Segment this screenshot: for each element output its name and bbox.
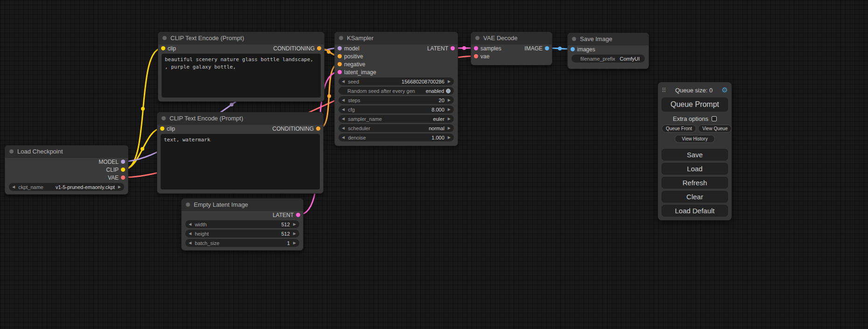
decrement-arrow-icon[interactable]: ◀ xyxy=(12,185,15,189)
input-label: vae xyxy=(480,53,489,60)
node-title: CLIP Text Encode (Prompt) xyxy=(169,115,243,122)
widget-value: euler xyxy=(433,116,444,122)
node-title-bar[interactable]: Save Image xyxy=(568,33,649,45)
increment-arrow-icon[interactable]: ▶ xyxy=(448,126,451,130)
vae-output-port[interactable] xyxy=(121,175,125,180)
collapse-dot-icon[interactable] xyxy=(162,116,166,120)
widget-sampler-name[interactable]: ◀ sampler_name euler ▶ xyxy=(339,115,454,123)
negative-input-port[interactable] xyxy=(338,62,342,66)
widget-ckpt-name[interactable]: ◀ ckpt_name v1-5-pruned-emaonly.ckpt ▶ xyxy=(9,183,124,191)
comfyui-canvas[interactable]: { "icons": { "arrow_left": "◀", "arrow_r… xyxy=(0,0,868,329)
refresh-button[interactable]: Refresh xyxy=(662,177,728,189)
widget-width[interactable]: ◀ width 512 ▶ xyxy=(185,220,299,228)
vae-input-port[interactable] xyxy=(474,54,478,58)
node-title-bar[interactable]: Empty Latent Image xyxy=(182,199,303,211)
latent-image-input-port[interactable] xyxy=(338,70,342,74)
node-load-checkpoint[interactable]: Load Checkpoint MODEL CLIP VAE ◀ ckpt_na… xyxy=(5,145,128,195)
latent-output-port[interactable] xyxy=(451,46,455,50)
node-title-bar[interactable]: VAE Decode xyxy=(471,32,552,44)
conditioning-output-port[interactable] xyxy=(316,126,320,131)
positive-input-port[interactable] xyxy=(338,54,342,58)
widget-random-seed-toggle[interactable]: Random seed after every gen enabled xyxy=(339,87,454,95)
widget-cfg[interactable]: ◀ cfg 8.000 ▶ xyxy=(339,105,454,113)
input-label: clip xyxy=(168,45,176,52)
node-title-bar[interactable]: KSampler xyxy=(335,32,458,44)
node-title-bar[interactable]: Load Checkpoint xyxy=(5,146,128,158)
node-clip-text-encode-positive[interactable]: CLIP Text Encode (Prompt) clip CONDITION… xyxy=(158,32,325,102)
collapse-dot-icon[interactable] xyxy=(186,203,190,207)
port-row-vae: vae xyxy=(471,52,552,60)
decrement-arrow-icon[interactable]: ◀ xyxy=(342,98,345,102)
increment-arrow-icon[interactable]: ▶ xyxy=(448,98,451,102)
queue-prompt-button[interactable]: Queue Prompt xyxy=(662,98,728,112)
increment-arrow-icon[interactable]: ▶ xyxy=(293,223,296,226)
node-title-bar[interactable]: CLIP Text Encode (Prompt) xyxy=(157,112,323,125)
positive-prompt-textarea[interactable]: beautiful scenery nature glass bottle la… xyxy=(162,54,321,98)
clip-input-port[interactable] xyxy=(160,126,164,131)
widget-value: 1 xyxy=(287,240,290,246)
increment-arrow-icon[interactable]: ▶ xyxy=(448,136,451,140)
collapse-dot-icon[interactable] xyxy=(9,149,14,154)
collapse-dot-icon[interactable] xyxy=(339,36,343,40)
view-history-button[interactable]: View History xyxy=(675,135,714,143)
decrement-arrow-icon[interactable]: ◀ xyxy=(189,223,191,226)
model-input-port[interactable] xyxy=(338,46,342,50)
node-vae-decode[interactable]: VAE Decode samples IMAGE vae xyxy=(471,32,552,65)
node-clip-text-encode-negative[interactable]: CLIP Text Encode (Prompt) clip CONDITION… xyxy=(157,112,324,194)
clear-button[interactable]: Clear xyxy=(662,191,728,203)
widget-steps[interactable]: ◀ steps 20 ▶ xyxy=(339,96,454,104)
decrement-arrow-icon[interactable]: ◀ xyxy=(189,241,191,245)
extra-options-checkbox[interactable] xyxy=(712,116,717,121)
output-label: CONDITIONING xyxy=(273,45,315,52)
queue-buttons-row: Queue Front View Queue xyxy=(662,125,728,133)
node-ksampler[interactable]: KSampler model LATENT positive negative … xyxy=(334,32,458,146)
clip-output-port[interactable] xyxy=(121,168,125,172)
wire-midpoint-dot xyxy=(141,107,145,111)
input-label: model xyxy=(344,45,360,52)
input-label: clip xyxy=(167,126,175,132)
images-input-port[interactable] xyxy=(571,47,575,51)
increment-arrow-icon[interactable]: ▶ xyxy=(448,117,451,121)
samples-input-port[interactable] xyxy=(474,46,478,50)
toggle-knob-icon[interactable] xyxy=(446,89,451,93)
widget-scheduler[interactable]: ◀ scheduler normal ▶ xyxy=(339,124,454,132)
conditioning-output-port[interactable] xyxy=(317,46,321,50)
collapse-dot-icon[interactable] xyxy=(162,36,167,40)
queue-front-button[interactable]: Queue Front xyxy=(662,125,696,133)
clip-input-port[interactable] xyxy=(161,46,165,50)
output-label: MODEL xyxy=(99,159,119,165)
settings-gear-icon[interactable]: ⚙ xyxy=(722,86,728,94)
decrement-arrow-icon[interactable]: ◀ xyxy=(342,108,345,112)
increment-arrow-icon[interactable]: ▶ xyxy=(118,185,121,189)
save-button[interactable]: Save xyxy=(662,149,728,161)
view-queue-button[interactable]: View Queue xyxy=(698,125,732,133)
widget-seed[interactable]: ◀ seed 156680208700286 ▶ xyxy=(339,77,454,85)
latent-output-port[interactable] xyxy=(296,213,300,217)
drag-handle-icon[interactable]: ⠿ xyxy=(662,87,666,94)
decrement-arrow-icon[interactable]: ◀ xyxy=(342,117,345,121)
widget-height[interactable]: ◀ height 512 ▶ xyxy=(185,230,299,238)
decrement-arrow-icon[interactable]: ◀ xyxy=(342,80,345,84)
output-label: CONDITIONING xyxy=(272,126,314,132)
collapse-dot-icon[interactable] xyxy=(572,37,576,41)
collapse-dot-icon[interactable] xyxy=(475,36,480,40)
decrement-arrow-icon[interactable]: ◀ xyxy=(342,126,345,130)
model-output-port[interactable] xyxy=(121,160,125,164)
decrement-arrow-icon[interactable]: ◀ xyxy=(342,136,345,140)
widget-filename-prefix[interactable]: filename_prefix ComfyUI xyxy=(572,55,645,63)
widget-denoise[interactable]: ◀ denoise 1.000 ▶ xyxy=(339,133,454,141)
load-default-button[interactable]: Load Default xyxy=(662,205,728,217)
node-save-image[interactable]: Save Image images filename_prefix ComfyU… xyxy=(567,33,649,69)
image-output-port[interactable] xyxy=(545,46,549,50)
increment-arrow-icon[interactable]: ▶ xyxy=(293,232,296,236)
load-button[interactable]: Load xyxy=(662,163,728,175)
negative-prompt-textarea[interactable]: text, watermark xyxy=(161,134,320,189)
node-title-bar[interactable]: CLIP Text Encode (Prompt) xyxy=(158,32,324,44)
increment-arrow-icon[interactable]: ▶ xyxy=(448,80,451,84)
widget-batch-size[interactable]: ◀ batch_size 1 ▶ xyxy=(185,239,299,247)
node-empty-latent-image[interactable]: Empty Latent Image LATENT ◀ width 512 ▶ … xyxy=(181,198,303,251)
port-row: clip CONDITIONING xyxy=(157,125,323,133)
decrement-arrow-icon[interactable]: ◀ xyxy=(189,232,191,236)
increment-arrow-icon[interactable]: ▶ xyxy=(448,108,451,112)
increment-arrow-icon[interactable]: ▶ xyxy=(293,241,296,245)
